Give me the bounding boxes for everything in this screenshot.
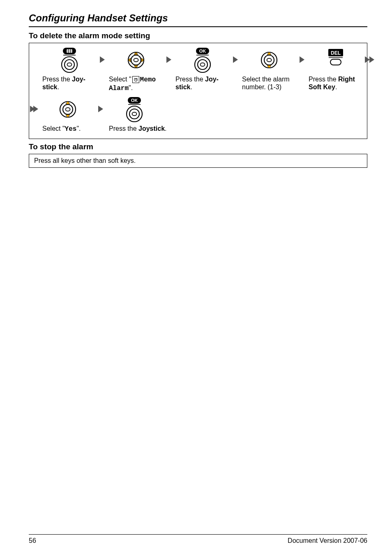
step-icon-3: OK (174, 47, 231, 73)
step-icon-4 (240, 47, 298, 73)
arrow-icon (97, 106, 106, 113)
ok-joystick-icon: OK (122, 97, 147, 122)
joystick-4way-icon (127, 51, 145, 69)
arrow-icon (231, 56, 240, 64)
svg-text:DEL: DEL (331, 50, 341, 56)
alarm-clock-icon (132, 76, 139, 83)
step-caption-2: Select "MemoAlarm". (109, 75, 166, 93)
svg-text:OK: OK (199, 49, 206, 53)
continuation-arrow-icon (30, 106, 39, 113)
svg-text:OK: OK (131, 98, 138, 103)
document-version: Document Version 2007-06 (288, 537, 367, 544)
step-icon-2 (107, 47, 165, 73)
step-caption-6: Select "Yes". (42, 125, 100, 133)
arrow-icon (298, 56, 307, 64)
step-caption-4: Select the alarmnumber. (1-3) (242, 75, 300, 91)
step-caption-3: Press the Joy-stick. (175, 75, 233, 91)
arrow-icon (165, 56, 174, 64)
continuation-arrow-icon (364, 56, 375, 64)
step-icon-1 (41, 47, 98, 73)
step-icon-6 (39, 98, 97, 121)
procedure-diagram: OK DEL (29, 43, 367, 139)
subheading-delete-alarm: To delete the alarm mode setting (29, 31, 367, 40)
page-number: 56 (29, 537, 36, 544)
ok-joystick-icon: OK (190, 47, 215, 73)
svg-line-24 (136, 78, 137, 79)
stop-alarm-note: Press all keys other than soft keys. (29, 154, 367, 168)
joystick-updown-icon (59, 100, 77, 118)
step-caption-7: Press the Joystick. (109, 125, 191, 132)
menu-joystick-icon (57, 47, 82, 73)
step-icon-7: OK (106, 97, 163, 122)
step-icon-5: DEL (307, 49, 364, 72)
arrow-icon (98, 56, 107, 64)
subheading-stop-alarm: To stop the alarm (29, 142, 367, 151)
step-caption-1: Press the Joy-stick. (42, 75, 100, 91)
joystick-updown-icon (260, 51, 278, 69)
title-rule (29, 26, 367, 27)
section-title: Configuring Handset Settings (29, 12, 367, 24)
del-softkey-icon: DEL (323, 49, 348, 72)
page-footer: 56 Document Version 2007-06 (29, 534, 367, 544)
svg-line-23 (134, 78, 135, 79)
step-caption-5: Press the RightSoft Key. (309, 75, 366, 91)
svg-rect-19 (330, 59, 341, 65)
